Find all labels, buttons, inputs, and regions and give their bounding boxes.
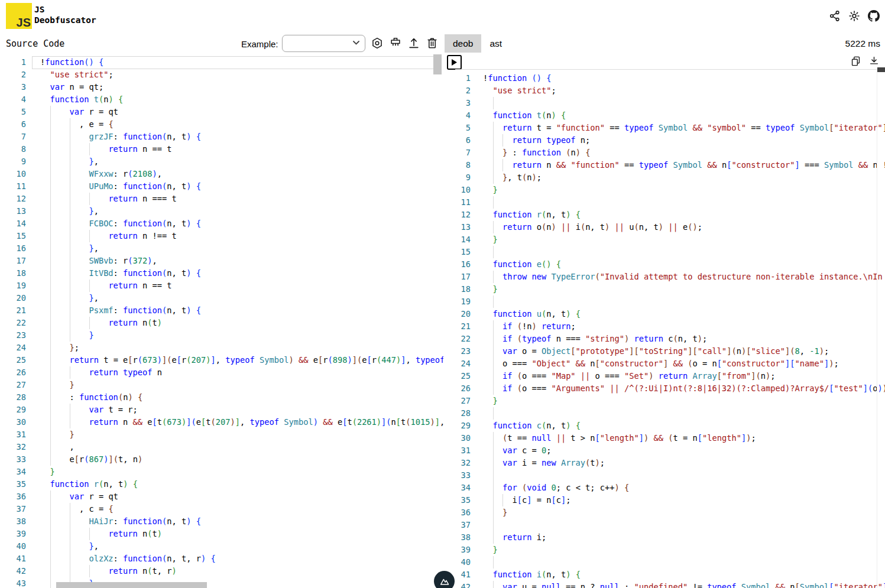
left-horizontal-scrollbar[interactable] (56, 582, 207, 588)
code-line: 24 }; (0, 342, 443, 354)
code-line-text: return n(t) (40, 317, 162, 329)
line-number: 5 (455, 122, 471, 134)
code-line-text: var n = qt; (40, 81, 103, 93)
code-line: 1!function () { (455, 72, 885, 85)
line-number: 20 (0, 292, 26, 304)
code-line-text: var i = new Array(t); (483, 457, 605, 469)
upload-icon[interactable] (407, 37, 420, 50)
code-line: 15 (455, 246, 885, 258)
github-icon[interactable] (868, 10, 880, 22)
line-number: 30 (455, 432, 471, 444)
code-line: 31 var c = 0; (455, 444, 885, 457)
line-number: 31 (0, 428, 26, 441)
code-line-text: HAiJr: function(n, t) { (40, 515, 201, 528)
code-line-text: , e = { (40, 118, 114, 131)
line-number: 43 (0, 577, 26, 588)
line-number: 10 (455, 184, 471, 196)
code-line-text: for (void 0; c < t; c++) { (483, 482, 629, 494)
line-number: 41 (0, 553, 26, 565)
right-scrollbar-track (877, 69, 877, 588)
right-vertical-scrollbar[interactable] (877, 67, 885, 72)
code-line: 2 "use strict"; (455, 85, 885, 97)
code-line-text: e[r(867)](t, n) (40, 453, 142, 466)
line-number: 4 (0, 93, 26, 106)
code-line: 22 return n(t) (0, 317, 443, 329)
line-number: 13 (455, 221, 471, 233)
code-line: 11 UPuMo: function(n, t) { (0, 180, 443, 193)
code-line: 10 } (455, 184, 885, 196)
copy-icon[interactable] (850, 56, 861, 67)
code-line-text: WFxxw: r(2108), (40, 168, 162, 180)
source-toolbar (371, 37, 439, 50)
run-button[interactable] (447, 55, 462, 70)
line-number: 30 (0, 416, 26, 428)
code-line: 26 return typeof n (0, 366, 443, 379)
line-number: 25 (0, 354, 26, 366)
code-line: 16 function e() { (455, 258, 885, 271)
output-toolbar (850, 56, 880, 67)
line-number: 26 (455, 382, 471, 395)
code-line-text: }, (40, 155, 99, 168)
line-number: 38 (0, 515, 26, 528)
code-line-text: return t = e[r(673)](e[r(207)], typeof S… (40, 354, 443, 366)
source-editor[interactable]: 1!function() {2 "use strict";3 var n = q… (0, 54, 443, 588)
code-line-text: return o(n) || i(n, t) || u(n, t) || e()… (483, 221, 702, 233)
code-line-text: return typeof n; (483, 134, 590, 147)
share-icon[interactable] (829, 10, 841, 22)
download-icon[interactable] (868, 56, 880, 67)
line-number: 36 (0, 490, 26, 503)
settings-icon[interactable] (371, 37, 384, 50)
format-icon[interactable] (389, 37, 402, 50)
code-line-text: return n && e[t(673)](e[t(207)], typeof … (40, 416, 443, 428)
line-number: 39 (455, 544, 471, 556)
example-select[interactable] (282, 35, 365, 52)
code-line: 20 }, (0, 292, 443, 304)
line-number: 42 (0, 565, 26, 577)
code-line-text: }, t(n); (483, 171, 542, 184)
line-number: 2 (455, 85, 471, 97)
line-number: 28 (455, 407, 471, 420)
line-number: 14 (0, 217, 26, 230)
code-line: 6 , e = { (0, 118, 443, 131)
code-line-text: , (40, 441, 74, 453)
code-line-text: } (483, 544, 498, 556)
code-line: 4 function t(n) { (455, 109, 885, 122)
code-line: 8 return n == t (0, 143, 443, 155)
code-line-text: }, (40, 292, 99, 304)
code-line: 27 } (0, 379, 443, 391)
code-line-text: } (483, 283, 498, 295)
mountain-icon (439, 577, 450, 586)
code-line: 23 var o = Object["prototype"]["toString… (455, 345, 885, 358)
code-line: 16 }, (0, 242, 443, 255)
code-line-text: : function(n) { (40, 391, 142, 404)
code-line: 1!function() { (0, 56, 443, 69)
line-number: 15 (455, 246, 471, 258)
code-line-text: FCBOC: function(n, t) { (40, 217, 201, 230)
code-line: 26 if (o === "Arguments" || /^(?:Ui|I)nt… (455, 382, 885, 395)
line-number: 10 (0, 168, 26, 180)
code-line: 38 return i; (455, 531, 885, 544)
line-number: 12 (455, 209, 471, 221)
code-line-text: function c(n, t) { (483, 420, 581, 432)
code-line-text: var u = null == n ? null : "undefined" !… (483, 581, 885, 588)
code-line: 30 (t == null || t > n["length"]) && (t … (455, 432, 885, 444)
tab-deob[interactable]: deob (445, 34, 481, 53)
code-line: 5 return t = "function" == typeof Symbol… (455, 122, 885, 134)
code-line: 41 function i(n, t) { (455, 568, 885, 581)
code-line: 40 }, (0, 540, 443, 553)
source-code-label: Source Code (6, 38, 64, 49)
code-line-text: }, (40, 242, 99, 255)
code-line-text: if (!n) return; (483, 320, 576, 333)
floating-logo-button[interactable] (434, 571, 455, 588)
example-label: Example: (241, 39, 278, 49)
left-vertical-scrollbar[interactable] (433, 54, 442, 74)
code-line-text: Psxmf: function(n, t) { (40, 304, 201, 317)
line-number: 27 (0, 379, 26, 391)
code-line: 20 function u(n, t) { (455, 308, 885, 320)
tab-ast[interactable]: ast (481, 34, 510, 53)
trash-icon[interactable] (426, 37, 439, 50)
output-editor[interactable]: 1!function () {2 "use strict";34 functio… (455, 70, 885, 588)
theme-icon[interactable] (848, 10, 860, 22)
line-number: 6 (0, 118, 26, 131)
line-number: 13 (0, 205, 26, 217)
